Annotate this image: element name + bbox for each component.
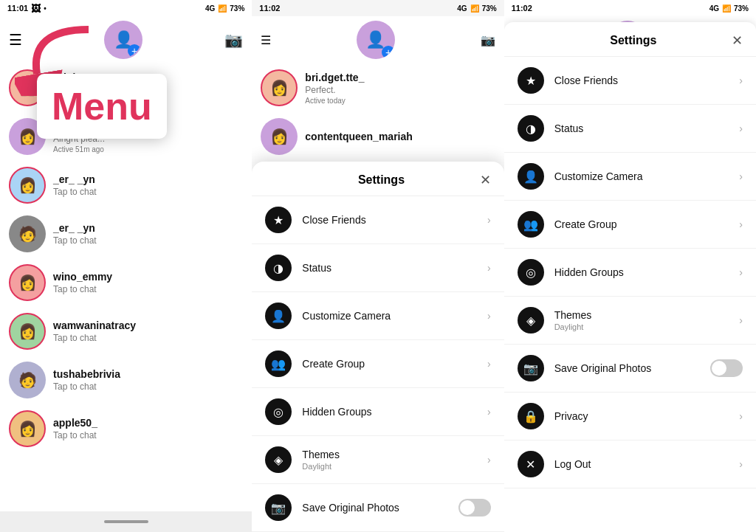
chat-sub: Tap to chat	[53, 381, 243, 392]
gallery-icon: 🖼	[31, 3, 41, 14]
list-item[interactable]: 🧑 _er_ _yn Tap to chat	[0, 210, 252, 258]
chevron-icon-p3: ›	[739, 266, 743, 278]
create-group-icon-p3: 👥	[518, 211, 544, 238]
create-group-icon: 👥	[265, 350, 292, 377]
chevron-icon-p3: ›	[739, 410, 743, 422]
dot-icon: •	[44, 4, 47, 13]
time-label: 11:01	[7, 4, 28, 13]
save-photos-toggle-p3[interactable]	[710, 359, 743, 377]
status-label-p3: Status	[554, 122, 729, 134]
hamburger-icon-p2: ☰	[261, 33, 271, 47]
chat-info-p2b: contentqueen_mariah	[305, 131, 495, 142]
chat-avatar-p2: 👩	[261, 69, 298, 106]
chevron-icon-p3: ›	[739, 75, 743, 86]
chat-info: tushabebrivia Tap to chat	[53, 368, 243, 392]
privacy-label-p3: Privacy	[554, 410, 729, 422]
wifi-icon: 📶	[218, 4, 227, 13]
create-group-label-p3: Create Group	[554, 218, 729, 230]
themes-icon-p3: ◈	[518, 307, 544, 334]
list-item[interactable]: 👩 wamwaninatracy Tap to chat	[0, 307, 252, 356]
hidden-groups-icon-p3: ◎	[518, 259, 544, 286]
status-time-3: 11:02	[512, 4, 532, 13]
chevron-icon: ›	[487, 214, 491, 226]
chevron-icon: ›	[487, 406, 491, 418]
chevron-icon: ›	[487, 262, 491, 274]
settings-hidden-groups-p2[interactable]: ◎ Hidden Groups ›	[252, 388, 504, 436]
status-icon: ◑	[265, 255, 292, 281]
signal-label: 4G	[205, 4, 215, 13]
chat-time: Active 51m ago	[53, 145, 243, 153]
settings-close-friends-p3[interactable]: ★ Close Friends ›	[504, 57, 756, 105]
settings-customize-camera-p3[interactable]: 👤 Customize Camera ›	[504, 153, 756, 201]
chat-sub: Tap to chat	[53, 333, 243, 343]
chat-info: _er_ _yn Tap to chat	[53, 173, 243, 197]
settings-modal-p2: Settings ✕ ★ Close Friends › ◑ Status › …	[252, 162, 504, 532]
chat-time-p2: Active today	[305, 97, 495, 105]
hidden-groups-label: Hidden Groups	[302, 406, 477, 418]
settings-customize-camera-p2[interactable]: 👤 Customize Camera ›	[252, 292, 504, 340]
signal-label-3: 4G	[709, 4, 719, 13]
user-avatar-p2: 👤 +	[357, 21, 395, 59]
modal-close-p2[interactable]: ✕	[480, 172, 491, 188]
chat-sub: Tap to chat	[53, 284, 243, 294]
chat-sub: Tap to chat	[53, 187, 243, 197]
chevron-icon-p3: ›	[739, 170, 743, 182]
status-icon-p3: ◑	[518, 115, 544, 142]
save-photos-icon-p3: 📷	[518, 355, 544, 381]
chat-avatar: 👩	[9, 167, 46, 204]
hidden-groups-label-p3: Hidden Groups	[554, 266, 729, 278]
settings-create-group-p3[interactable]: 👥 Create Group ›	[504, 201, 756, 249]
settings-status-p3[interactable]: ◑ Status ›	[504, 105, 756, 153]
settings-save-photos-p2[interactable]: 📷 Save Original Photos	[252, 484, 504, 532]
battery-label: 73%	[230, 4, 244, 13]
logout-icon-p3: ✕	[518, 451, 544, 477]
chat-avatar-p2b: 👩	[261, 118, 298, 155]
list-item-p2b: 👩 contentqueen_mariah	[252, 112, 504, 161]
chat-avatar: 👩	[9, 264, 46, 301]
list-item[interactable]: 👩 wino_emmy Tap to chat	[0, 258, 252, 307]
settings-save-photos-p3[interactable]: 📷 Save Original Photos	[504, 345, 756, 393]
settings-hidden-groups-p3[interactable]: ◎ Hidden Groups ›	[504, 249, 756, 297]
chat-avatar: 🧑	[9, 215, 46, 252]
status-time-1: 11:01 🖼 •	[7, 3, 47, 14]
settings-privacy-p3[interactable]: 🔒 Privacy ›	[504, 393, 756, 441]
chat-name: wino_emmy	[53, 271, 243, 283]
chat-name: _er_ _yn	[53, 222, 243, 234]
camera-icon-p2: 📷	[481, 33, 495, 47]
settings-create-group-p2[interactable]: 👥 Create Group ›	[252, 340, 504, 388]
modal-close-p3[interactable]: ✕	[732, 32, 743, 49]
nav-bar-1	[0, 511, 252, 532]
list-item[interactable]: 👩 _er_ _yn Tap to chat	[0, 161, 252, 210]
settings-close-friends-p2[interactable]: ★ Close Friends ›	[252, 196, 504, 244]
settings-themes-p2[interactable]: ◈ Themes Daylight ›	[252, 436, 504, 484]
modal-title-p2: Settings	[283, 173, 479, 187]
close-friends-icon-p3: ★	[518, 67, 544, 94]
close-friends-label-p3: Close Friends	[554, 75, 729, 86]
chat-name-p2: bri.dget.tte_	[305, 72, 495, 83]
create-group-label: Create Group	[302, 358, 477, 370]
top-bar-p2: ☰ 👤 + 📷	[252, 16, 504, 63]
themes-icon: ◈	[265, 446, 292, 473]
add-story-badge[interactable]: +	[128, 44, 141, 58]
chat-avatar: 👩	[9, 410, 46, 447]
logout-label-p3: Log Out	[554, 458, 729, 470]
chat-sub: Tap to chat	[53, 235, 243, 246]
chat-sub-p2: Perfect.	[305, 85, 495, 95]
chat-info: wino_emmy Tap to chat	[53, 271, 243, 294]
battery-label: 73%	[482, 4, 497, 13]
panel-2: 11:02 4G 📶 73% ☰ 👤 + 📷 👩 bri.dget.tte_ P…	[252, 0, 504, 532]
status-time-2: 11:02	[259, 4, 280, 13]
chevron-icon: ›	[487, 310, 491, 322]
settings-logout-p3[interactable]: ✕ Log Out ›	[504, 441, 756, 488]
user-avatar: 👤 +	[104, 21, 142, 59]
save-photos-icon: 📷	[265, 494, 292, 521]
settings-status-p2[interactable]: ◑ Status ›	[252, 244, 504, 292]
chat-avatar: 🧑	[9, 362, 46, 398]
list-item[interactable]: 🧑 tushabebrivia Tap to chat	[0, 356, 252, 404]
camera-icon[interactable]: 📷	[224, 31, 243, 49]
camera-settings-icon: 👤	[265, 303, 292, 329]
status-right-3: 4G 📶 73%	[709, 4, 749, 13]
save-photos-toggle[interactable]	[458, 499, 491, 517]
settings-themes-p3[interactable]: ◈ Themes Daylight ›	[504, 297, 756, 345]
list-item[interactable]: 👩 apple50_ Tap to chat	[0, 404, 252, 453]
